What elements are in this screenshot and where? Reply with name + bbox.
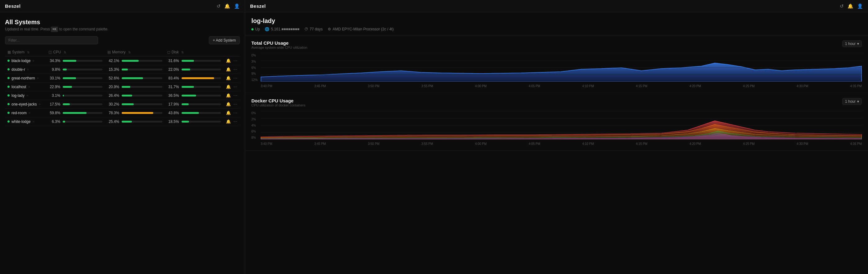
memory-header-icon: ▤ bbox=[107, 50, 111, 54]
status-dot bbox=[7, 68, 10, 70]
systems-table: ▦ System ⇅ ◫ CPU ⇅ ▤ bbox=[5, 48, 240, 126]
col-header-system: ▦ System ⇅ bbox=[5, 48, 46, 57]
table-row[interactable]: double-r ○ 9.8% 15.3% bbox=[5, 65, 240, 74]
ip-meta: 🌐 5.161.■■■■■■■■ bbox=[265, 27, 299, 31]
cpu-y-labels: 12% 9% 6% 3% 0% bbox=[251, 54, 260, 82]
cpu-time-selector[interactable]: 1 hour ▾ bbox=[842, 40, 862, 47]
right-logo: Beszel bbox=[250, 3, 266, 9]
system-name-text: one-eyed-jacks bbox=[11, 102, 37, 106]
more-options-icon[interactable]: ⋯ bbox=[234, 111, 238, 115]
system-name-cell: white-lodge ○ bbox=[5, 117, 46, 126]
system-info-icon: ○ bbox=[32, 59, 34, 62]
right-user-icon[interactable]: 👤 bbox=[857, 3, 863, 9]
disk-bar-fill bbox=[182, 77, 214, 79]
memory-value: 42.1% bbox=[107, 59, 119, 63]
cpu-detail-icon: ⚙ bbox=[328, 27, 331, 31]
system-detail-header: log-lady Up 🌐 5.161.■■■■■■■■ ⏱ 77 days ⚙… bbox=[245, 12, 868, 35]
disk-bar-fill bbox=[182, 95, 196, 96]
action-cell: 🔔 ⋯ bbox=[223, 100, 240, 109]
system-name-text: black-lodge bbox=[11, 59, 30, 63]
notification-icon[interactable]: 🔔 bbox=[224, 3, 230, 9]
table-row[interactable]: log-lady ○ 3.1% 26.4% bbox=[5, 91, 240, 100]
table-row[interactable]: great-northern ○ 33.1% 52.6% bbox=[5, 74, 240, 83]
disk-header-icon: ◻ bbox=[167, 50, 170, 54]
more-options-icon[interactable]: ⋯ bbox=[234, 58, 238, 63]
alert-icon[interactable]: 🔔 bbox=[226, 76, 231, 80]
disk-bar-bg bbox=[182, 103, 221, 105]
table-row[interactable]: one-eyed-jacks ○ 17.5% 30.2% bbox=[5, 100, 240, 109]
docker-chart-section: Docker CPU Usage CPU utilization of dock… bbox=[245, 93, 868, 151]
more-options-icon[interactable]: ⋯ bbox=[234, 67, 238, 72]
filter-input[interactable] bbox=[5, 36, 98, 44]
table-row[interactable]: red-room ○ 59.8% 78.3% bbox=[5, 109, 240, 117]
memory-cell: 25.4% bbox=[105, 117, 164, 126]
docker-chart-header: Docker CPU Usage CPU utilization of dock… bbox=[251, 98, 862, 110]
memory-value: 26.4% bbox=[107, 93, 119, 98]
status-dot bbox=[7, 112, 10, 114]
memory-bar-fill bbox=[122, 103, 134, 105]
right-panel: Beszel ↺ 🔔 👤 log-lady Up 🌐 5.161.■■■■■■■… bbox=[245, 0, 868, 274]
more-options-icon[interactable]: ⋯ bbox=[234, 102, 238, 106]
user-icon[interactable]: 👤 bbox=[234, 3, 240, 9]
table-row[interactable]: black-lodge ○ 34.3% 42.1% bbox=[5, 57, 240, 65]
alert-icon[interactable]: 🔔 bbox=[226, 119, 231, 124]
alert-icon[interactable]: 🔔 bbox=[226, 93, 231, 98]
sort-icon-memory: ⇅ bbox=[128, 51, 131, 54]
status-label: Up bbox=[255, 27, 260, 31]
action-cell: 🔔 ⋯ bbox=[223, 117, 240, 126]
cpu-meta: ⚙ AMD EPYC-Milan Processor (2c / 4t) bbox=[328, 27, 394, 31]
memory-bar-fill bbox=[122, 95, 132, 96]
right-notification-icon[interactable]: 🔔 bbox=[847, 3, 854, 9]
add-system-button[interactable]: + Add System bbox=[209, 36, 240, 44]
memory-bar-fill bbox=[122, 77, 143, 79]
status-dot bbox=[7, 94, 10, 96]
system-info-icon: ○ bbox=[28, 85, 30, 88]
status-dot bbox=[7, 120, 10, 123]
more-options-icon[interactable]: ⋯ bbox=[234, 84, 238, 89]
disk-bar-fill bbox=[182, 86, 194, 88]
disk-cell: 31.6% bbox=[165, 57, 223, 65]
disk-cell: 18.5% bbox=[165, 117, 223, 126]
cpu-bar-fill bbox=[63, 121, 65, 123]
disk-bar-fill bbox=[182, 112, 199, 114]
system-name-cell: black-lodge ○ bbox=[5, 57, 46, 65]
action-cell: 🔔 ⋯ bbox=[223, 57, 240, 65]
refresh-icon[interactable]: ↺ bbox=[217, 3, 221, 9]
system-info-icon: ○ bbox=[32, 120, 34, 123]
disk-bar-fill bbox=[182, 103, 189, 105]
alert-icon[interactable]: 🔔 bbox=[226, 102, 231, 106]
alert-icon[interactable]: 🔔 bbox=[226, 111, 231, 115]
memory-cell: 42.1% bbox=[105, 57, 164, 65]
disk-bar-bg bbox=[182, 86, 221, 88]
right-header: Beszel ↺ 🔔 👤 bbox=[245, 0, 868, 12]
more-options-icon[interactable]: ⋯ bbox=[234, 93, 238, 98]
table-row[interactable]: white-lodge ○ 6.3% 25.4% bbox=[5, 117, 240, 126]
table-row[interactable]: localhost ○ 22.9% 20.9% bbox=[5, 83, 240, 91]
system-info-icon: ○ bbox=[38, 102, 40, 106]
disk-value: 17.9% bbox=[167, 102, 179, 106]
cpu-value: 17.5% bbox=[49, 102, 60, 106]
alert-icon[interactable]: 🔔 bbox=[226, 58, 231, 63]
more-options-icon[interactable]: ⋯ bbox=[234, 119, 238, 124]
docker-time-selector[interactable]: 1 hour ▾ bbox=[842, 98, 862, 105]
system-name-cell: localhost ○ bbox=[5, 83, 46, 91]
cpu-value: 33.1% bbox=[49, 76, 60, 80]
right-refresh-icon[interactable]: ↺ bbox=[840, 3, 844, 9]
docker-chart-title: Docker CPU Usage bbox=[251, 98, 305, 103]
disk-value: 31.7% bbox=[167, 85, 179, 89]
cpu-bar-bg bbox=[63, 112, 102, 114]
left-logo: Beszel bbox=[5, 3, 21, 9]
memory-bar-fill bbox=[122, 60, 139, 62]
alert-icon[interactable]: 🔔 bbox=[226, 84, 231, 89]
alert-icon[interactable]: 🔔 bbox=[226, 67, 231, 72]
system-name-cell: one-eyed-jacks ○ bbox=[5, 100, 46, 109]
memory-cell: 15.3% bbox=[105, 65, 164, 74]
docker-x-labels: 3:40 PM 3:45 PM 3:50 PM 3:55 PM 4:00 PM … bbox=[261, 142, 862, 146]
system-name-text: white-lodge bbox=[11, 119, 30, 124]
memory-bar-bg bbox=[122, 60, 162, 62]
memory-bar-bg bbox=[122, 103, 162, 105]
more-options-icon[interactable]: ⋯ bbox=[234, 76, 238, 80]
memory-bar-bg bbox=[122, 121, 162, 123]
memory-bar-fill bbox=[122, 112, 153, 114]
ip-icon: 🌐 bbox=[265, 27, 269, 31]
